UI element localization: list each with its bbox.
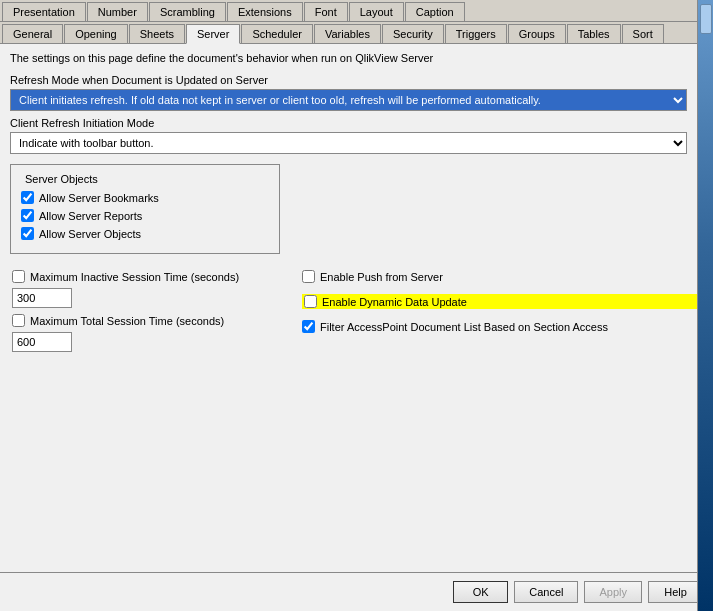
max-inactive-checkbox[interactable]: [12, 270, 25, 283]
enable-push-row: Enable Push from Server: [302, 270, 701, 283]
enable-dynamic-row: Enable Dynamic Data Update: [302, 294, 701, 309]
tab-scheduler[interactable]: Scheduler: [241, 24, 313, 43]
client-refresh-select[interactable]: Indicate with toolbar button. Automatic …: [10, 132, 687, 154]
content-area: The settings on this page define the doc…: [0, 44, 713, 572]
tab-scrambling[interactable]: Scrambling: [149, 2, 226, 21]
filter-access-label: Filter AccessPoint Document List Based o…: [320, 321, 608, 333]
side-accent-handle: [700, 4, 712, 34]
footer: OK Cancel Apply Help: [0, 572, 713, 611]
tab-sort[interactable]: Sort: [622, 24, 664, 43]
right-options: Enable Push from Server Enable Dynamic D…: [302, 270, 701, 352]
allow-bookmarks-checkbox[interactable]: [21, 191, 34, 204]
tab-variables[interactable]: Variables: [314, 24, 381, 43]
server-objects-group: Server Objects Allow Server Bookmarks Al…: [10, 160, 280, 254]
apply-button[interactable]: Apply: [584, 581, 642, 603]
tab-security[interactable]: Security: [382, 24, 444, 43]
max-total-input[interactable]: [12, 332, 72, 352]
checkbox-allow-bookmarks: Allow Server Bookmarks: [21, 191, 269, 204]
tab-server[interactable]: Server: [186, 24, 240, 44]
client-refresh-label: Client Refresh Initiation Mode: [10, 117, 703, 129]
filter-access-row: Filter AccessPoint Document List Based o…: [302, 320, 701, 333]
bottom-section: Maximum Inactive Session Time (seconds) …: [10, 270, 703, 352]
server-objects-title: Server Objects: [21, 173, 102, 185]
tab-layout[interactable]: Layout: [349, 2, 404, 21]
page-description: The settings on this page define the doc…: [10, 52, 703, 64]
refresh-mode-label: Refresh Mode when Document is Updated on…: [10, 74, 703, 86]
ok-button[interactable]: OK: [453, 581, 508, 603]
filter-access-checkbox[interactable]: [302, 320, 315, 333]
tab-number[interactable]: Number: [87, 2, 148, 21]
cancel-button[interactable]: Cancel: [514, 581, 578, 603]
refresh-mode-select[interactable]: Client initiates refresh. If old data no…: [10, 89, 687, 111]
help-button[interactable]: Help: [648, 581, 703, 603]
allow-bookmarks-label: Allow Server Bookmarks: [39, 192, 159, 204]
refresh-mode-row: Client initiates refresh. If old data no…: [10, 89, 703, 111]
max-total-row: Maximum Total Session Time (seconds): [12, 314, 282, 352]
enable-dynamic-label: Enable Dynamic Data Update: [322, 296, 467, 308]
tab-triggers[interactable]: Triggers: [445, 24, 507, 43]
tab-sheets[interactable]: Sheets: [129, 24, 185, 43]
allow-objects-checkbox[interactable]: [21, 227, 34, 240]
tab-opening[interactable]: Opening: [64, 24, 128, 43]
checkbox-allow-objects: Allow Server Objects: [21, 227, 269, 240]
tab-row-1: Presentation Number Scrambling Extension…: [0, 0, 713, 22]
max-total-checkbox[interactable]: [12, 314, 25, 327]
tab-general[interactable]: General: [2, 24, 63, 43]
tab-extensions[interactable]: Extensions: [227, 2, 303, 21]
allow-reports-label: Allow Server Reports: [39, 210, 142, 222]
tab-groups[interactable]: Groups: [508, 24, 566, 43]
enable-push-checkbox[interactable]: [302, 270, 315, 283]
tab-row-2: General Opening Sheets Server Scheduler …: [0, 22, 713, 44]
allow-reports-checkbox[interactable]: [21, 209, 34, 222]
tab-font[interactable]: Font: [304, 2, 348, 21]
max-inactive-checkbox-row: Maximum Inactive Session Time (seconds): [12, 270, 282, 283]
enable-dynamic-checkbox[interactable]: [304, 295, 317, 308]
max-total-label: Maximum Total Session Time (seconds): [30, 315, 224, 327]
max-inactive-input[interactable]: [12, 288, 72, 308]
main-columns: Server Objects Allow Server Bookmarks Al…: [10, 160, 703, 254]
tab-presentation[interactable]: Presentation: [2, 2, 86, 21]
client-refresh-section: Client Refresh Initiation Mode Indicate …: [10, 117, 703, 154]
side-accent: [697, 0, 713, 611]
client-refresh-row: Indicate with toolbar button. Automatic …: [10, 132, 703, 154]
max-inactive-label: Maximum Inactive Session Time (seconds): [30, 271, 239, 283]
tab-caption[interactable]: Caption: [405, 2, 465, 21]
checkbox-allow-reports: Allow Server Reports: [21, 209, 269, 222]
max-inactive-row: Maximum Inactive Session Time (seconds): [12, 270, 282, 308]
left-options: Maximum Inactive Session Time (seconds) …: [12, 270, 282, 352]
server-objects-box: Server Objects Allow Server Bookmarks Al…: [10, 164, 280, 254]
enable-push-label: Enable Push from Server: [320, 271, 443, 283]
allow-objects-label: Allow Server Objects: [39, 228, 141, 240]
max-total-checkbox-row: Maximum Total Session Time (seconds): [12, 314, 282, 327]
refresh-mode-section: Refresh Mode when Document is Updated on…: [10, 74, 703, 111]
tab-tables[interactable]: Tables: [567, 24, 621, 43]
